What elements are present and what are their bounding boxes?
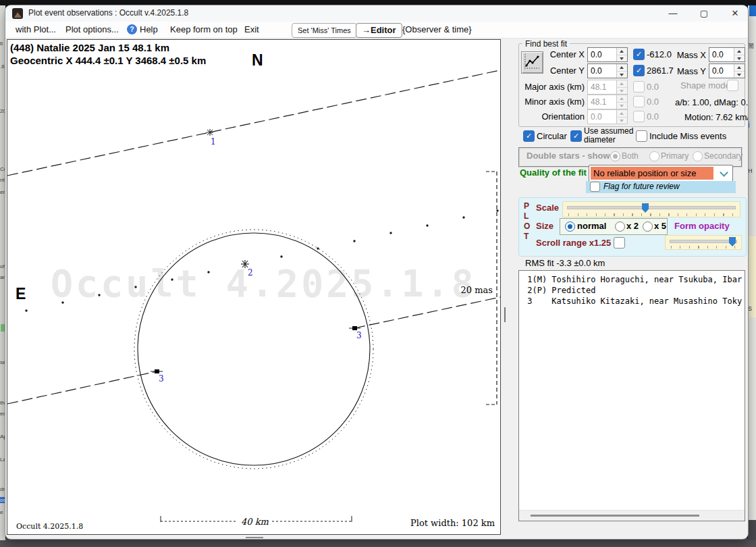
mass-x-spinner[interactable]: 0.0 [709,47,745,62]
plot-title-line2: Geocentric X 444.4 ±0.1 Y 3468.4 ±0.5 km [10,55,206,66]
observer-row[interactable]: 1(M) Toshihiro Horaguchi, near Tsukuba, … [519,274,745,285]
mass-x-value: 0.0 [709,48,734,61]
spinner-arrows[interactable] [616,48,627,61]
background-left-window-sliver: ti .6 20 Co nt er of t ar se th ed Ap La… [0,5,5,540]
mass-x-label: Mass X [675,50,706,60]
left-fragment: se [0,359,5,365]
orientation-label: Orientation [516,111,585,122]
resize-grip[interactable] [246,537,263,538]
menu-keep-form-on-top[interactable]: Keep form on top [170,24,238,34]
horizontal-scrollbar[interactable] [519,510,745,521]
shape-model-checkbox [727,80,738,91]
maximize-button[interactable]: ▢ [694,7,714,20]
observer-list[interactable]: 1(M) Toshihiro Horaguchi, near Tsukuba, … [518,270,745,521]
plot-canvas[interactable]: Occult 4.2025.1.8 (448) Natalie 2025 Jan… [7,39,501,535]
minor-axis-label: Minor axis (km) [516,97,585,107]
window-title: Plot event observations : Occult v.4.202… [28,8,188,18]
left-fragment: er [0,189,5,195]
menu-plot-options[interactable]: Plot options... [65,24,119,34]
km-scale-label: 40 km [241,517,269,527]
title-bar[interactable]: Plot event observations : Occult v.4.202… [5,5,748,22]
menu-bar: with Plot... Plot options... ? Help Keep… [5,22,748,38]
center-y-fit-checkbox[interactable] [633,65,645,76]
east-label: E [16,285,26,303]
double-stars-label: Double stars - show [526,151,610,161]
help-icon[interactable]: ? [127,24,137,34]
slider-ticks [568,213,734,216]
right-fragment: 開 [748,42,754,51]
scale-slider[interactable] [562,201,740,217]
size-x2-radio[interactable] [615,222,625,232]
center-x-spinner[interactable]: 0.0 [587,47,628,62]
screen: ti .6 20 Co nt er of t ar se th ed Ap La… [0,0,756,547]
chord-3-path-left [7,371,157,404]
left-fragment: e t [0,509,5,515]
observer-row[interactable]: 2(P) Predicted [519,285,745,296]
quality-label: Quality of the fit [520,167,587,178]
major-axis-spinner: 48.1 [587,80,628,95]
left-fragment: dr [0,486,5,492]
center-x-fit-checkbox[interactable] [633,49,645,60]
chord-3-label-left: 3 [159,374,164,384]
include-miss-events-checkbox[interactable] [636,130,647,142]
scroll-range-checkbox[interactable] [614,237,625,249]
spinner-arrows[interactable] [734,64,745,78]
right-fragment-titlebar [749,5,756,16]
background-bottom-strip [0,538,756,547]
quality-combo[interactable]: No reliable position or size [589,165,733,182]
occultation-plot: Occult 4.2025.1.8 (448) Natalie 2025 Jan… [7,40,500,534]
motion-label: Motion: 7.62 km/s [684,112,748,122]
mass-y-spinner[interactable]: 0.0 [709,63,745,78]
background-right-window-sliver: 開 i H S [748,5,756,540]
major-axis-fit-checkbox [633,81,645,93]
right-fragment: S [748,305,752,312]
size-x5-radio[interactable] [643,222,653,232]
orientation-value: 0.0 [588,110,616,124]
chord-1-path [7,70,500,176]
plot-width-label: Plot width: 102 km [410,518,495,528]
left-fragment: 20 [0,108,5,114]
minimize-button[interactable]: — [663,7,683,20]
slider-thumb[interactable] [729,237,736,246]
right-fragment-dark [748,520,756,540]
use-assumed-label-1: Use assumed [584,126,633,136]
left-fragment: La [0,457,5,463]
slider-thumb[interactable] [642,203,649,213]
circular-checkbox[interactable] [523,130,535,142]
center-y-spinner[interactable]: 0.0 [587,63,628,78]
observer-time-label[interactable]: {Observer & time} [402,24,472,34]
menu-help[interactable]: Help [140,24,158,34]
set-miss-times-button[interactable]: Set 'Miss' Times [292,23,357,38]
minor-axis-fit-value: 0.0 [647,97,659,107]
menu-exit[interactable]: Exit [244,24,259,34]
size-normal-radio[interactable] [565,222,575,232]
plot-vertical-o: O [524,222,530,231]
spinner-arrows[interactable] [616,64,627,78]
use-assumed-diameter-checkbox[interactable] [570,130,582,142]
left-fragment: Ap [0,434,5,440]
size-x2-label: x 2 [626,221,639,231]
close-button[interactable]: ✕ [725,7,745,20]
spinner-arrows [616,95,627,109]
right-fragment: H [748,167,753,174]
shape-model-label: Shape model [680,80,732,90]
splitter-handle[interactable] [504,307,506,322]
center-x-fit-value: -612.0 [647,49,672,59]
observer-row[interactable]: 3 Katsuhiko Kitazaki, near Musashino Tok… [519,296,745,307]
flag-review-checkbox[interactable] [590,182,600,192]
scrollbar-thumb[interactable] [531,515,699,517]
app-icon [12,8,23,19]
double-stars-both-label: Both [622,151,639,161]
spinner-arrows [616,110,627,124]
center-x-label: Center X [540,49,585,59]
chord-2-label: 2 [248,268,253,278]
chord-3-marker-left [155,369,159,373]
spinner-arrows[interactable] [734,48,745,61]
menu-with-plot[interactable]: with Plot... [16,24,56,34]
left-fragment-highlighted: os [0,497,5,503]
form-opacity-slider[interactable] [665,235,742,250]
find-best-fit-title: Find best fit [522,39,570,49]
background-top-strip [0,0,756,5]
major-axis-label: Major axis (km) [516,82,585,92]
editor-button[interactable]: →Editor [356,23,402,38]
